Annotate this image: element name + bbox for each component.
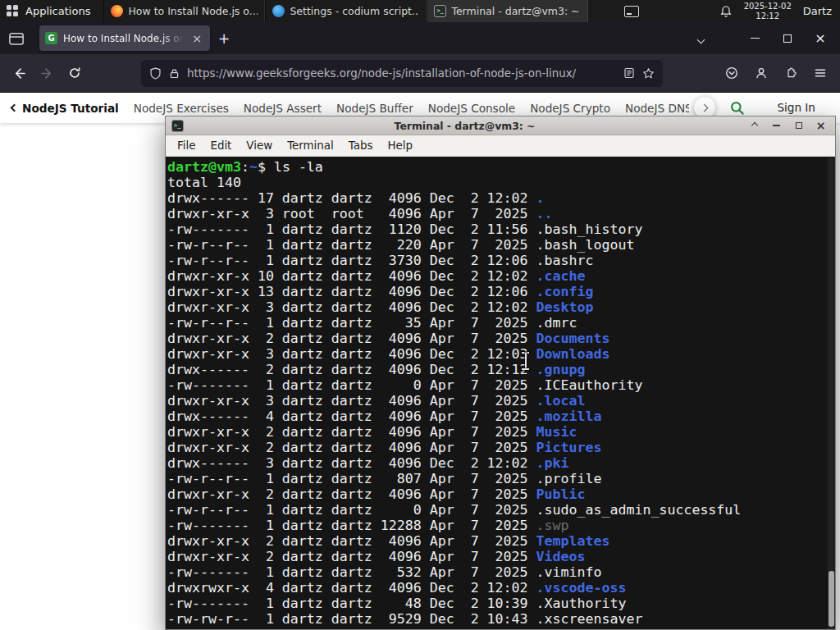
- back-button[interactable]: [5, 60, 33, 86]
- forward-button[interactable]: [33, 60, 61, 86]
- applications-menu[interactable]: Applications: [0, 0, 100, 22]
- ls-entry: drwxrwxr-x 4 dartz dartz 4096 Dec 2 12:0…: [167, 580, 827, 596]
- ls-entry-meta: -rw-rw-r-- 1 dartz dartz 9529 Dec 2 10:4…: [167, 611, 536, 627]
- ls-entry: -rw-r--r-- 1 dartz dartz 220 Apr 7 2025 …: [167, 237, 827, 253]
- list-all-tabs-icon[interactable]: [692, 27, 710, 49]
- ls-entry: drwxr-xr-x 10 dartz dartz 4096 Dec 2 12:…: [167, 268, 827, 284]
- terminal-menu-help[interactable]: Help: [380, 137, 420, 154]
- terminal-shade-button[interactable]: [746, 119, 763, 133]
- terminal-maximize-button[interactable]: [790, 119, 807, 133]
- ls-entry-meta: drwxr-xr-x 10 dartz dartz 4096 Dec 2 12:…: [167, 268, 536, 284]
- terminal-close-button[interactable]: ×: [812, 119, 829, 133]
- file-name: Public: [536, 486, 586, 502]
- file-name: .bashrc: [536, 253, 594, 268]
- browser-toolbar: https://www.geeksforgeeks.org/node-js/in…: [0, 54, 840, 93]
- bookmark-star-icon[interactable]: [642, 67, 655, 80]
- browser-minimize-button[interactable]: [738, 26, 771, 51]
- terminal-menu-edit[interactable]: Edit: [203, 137, 239, 154]
- ls-entry: drwxr-xr-x 3 dartz dartz 4096 Dec 2 12:0…: [167, 346, 827, 362]
- ls-entry: drwxr-xr-x 2 dartz dartz 4096 Apr 7 2025…: [167, 440, 827, 455]
- file-name: .sudo_as_admin_successful: [536, 502, 742, 518]
- ls-entry-meta: -rw-r--r-- 1 dartz dartz 0 Apr 7 2025: [167, 502, 536, 518]
- ls-entry-meta: drwxr-xr-x 2 dartz dartz 4096 Apr 7 2025: [167, 440, 536, 455]
- ls-entry-meta: drwxr-xr-x 2 dartz dartz 4096 Apr 7 2025: [167, 424, 536, 440]
- ls-entry-meta: -rw-r--r-- 1 dartz dartz 35 Apr 7 2025: [167, 315, 536, 331]
- file-name: .xscreensaver: [536, 611, 643, 627]
- tracking-shield-icon[interactable]: [149, 67, 162, 80]
- padlock-icon[interactable]: [169, 68, 180, 79]
- gfg-nav-item[interactable]: NodeJS Crypto: [530, 102, 610, 115]
- prompt-user-host: dartz@vm3: [167, 159, 241, 175]
- gfg-favicon: G: [45, 32, 57, 44]
- gfg-nav-items: NodeJS TutorialNodeJS ExercisesNodeJS As…: [0, 102, 689, 115]
- reader-view-icon[interactable]: [623, 67, 635, 79]
- tab-title: How to Install Node.js on: [63, 33, 184, 44]
- desktop: Applications How to Install Node.js o...…: [0, 0, 840, 630]
- file-name: .viminfo: [536, 564, 602, 580]
- total-line: total 140: [167, 175, 827, 190]
- taskbar-button-codium[interactable]: Settings - codium script...: [265, 0, 427, 22]
- pocket-icon[interactable]: [717, 60, 746, 86]
- tab-close-icon[interactable]: ×: [189, 32, 204, 45]
- scrollbar-thumb[interactable]: [829, 571, 834, 627]
- file-name: .local: [536, 393, 586, 409]
- terminal-minimize-button[interactable]: [768, 119, 785, 133]
- gfg-nav-item-label: NodeJS Console: [428, 102, 515, 115]
- ls-entry: drwx------ 17 dartz dartz 4096 Dec 2 12:…: [167, 190, 827, 206]
- ls-entry: -rw------- 1 dartz dartz 1120 Dec 2 11:5…: [167, 221, 827, 237]
- gfg-nav-item[interactable]: NodeJS Tutorial: [11, 102, 119, 115]
- notification-bell-icon[interactable]: [719, 5, 733, 18]
- ls-entry-meta: -rw------- 1 dartz dartz 12288 Apr 7 202…: [167, 518, 536, 533]
- terminal-menu-terminal[interactable]: Terminal: [280, 137, 341, 154]
- account-icon[interactable]: [746, 60, 776, 86]
- gfg-nav-item[interactable]: NodeJS Buffer: [336, 102, 413, 115]
- reload-button[interactable]: [61, 60, 89, 86]
- firefox-icon: [111, 5, 123, 17]
- browser-tab[interactable]: G How to Install Node.js on ×: [39, 25, 210, 51]
- browser-maximize-button[interactable]: [771, 26, 804, 51]
- ls-entry-meta: drwxr-xr-x 3 root root 4096 Apr 7 2025: [167, 206, 536, 221]
- file-name: Downloads: [536, 346, 610, 362]
- file-name: .gnupg: [536, 362, 586, 377]
- extensions-puzzle-icon[interactable]: [776, 60, 806, 86]
- browser-close-button[interactable]: ×: [804, 26, 837, 51]
- menu-hamburger-icon[interactable]: [806, 60, 835, 86]
- firefox-view-icon[interactable]: [8, 30, 25, 47]
- gfg-nav-item[interactable]: NodeJS Console: [428, 102, 515, 115]
- ls-entry-meta: -rw-r--r-- 1 dartz dartz 3730 Dec 2 12:0…: [167, 253, 536, 268]
- search-icon[interactable]: [729, 100, 745, 116]
- sign-in-link[interactable]: Sign In: [777, 101, 815, 114]
- ls-entry-meta: drwxr-xr-x 2 dartz dartz 4096 Apr 7 2025: [167, 533, 536, 549]
- terminal-app-icon: [171, 120, 184, 132]
- file-name: .dmrc: [536, 315, 578, 331]
- file-name: .pki: [536, 455, 569, 471]
- ls-entry-meta: drwx------ 2 dartz dartz 4096 Dec 2 12:1…: [167, 362, 536, 377]
- ls-entry: -rw-r--r-- 1 dartz dartz 0 Apr 7 2025 .s…: [167, 502, 827, 518]
- panel-username: Dartz: [803, 5, 832, 17]
- taskbar-button-firefox[interactable]: How to Install Node.js o...: [103, 0, 265, 22]
- tray-terminal-icon[interactable]: [624, 6, 639, 17]
- url-bar[interactable]: https://www.geeksforgeeks.org/node-js/in…: [141, 60, 663, 87]
- taskbar-button-terminal[interactable]: Terminal - dartz@vm3: ~: [427, 0, 588, 22]
- gfg-nav-item[interactable]: NodeJS Exercises: [134, 102, 229, 115]
- file-name: .config: [536, 284, 594, 299]
- ls-entry: drwxr-xr-x 2 dartz dartz 4096 Apr 7 2025…: [167, 486, 827, 502]
- terminal-menu-view[interactable]: View: [239, 137, 280, 154]
- terminal-titlebar[interactable]: Terminal - dartz@vm3: ~ ×: [166, 116, 835, 135]
- ls-entry: drwxr-xr-x 2 dartz dartz 4096 Apr 7 2025…: [167, 549, 827, 564]
- panel-clock[interactable]: 2025-12-02 12:12: [744, 2, 792, 21]
- ls-entry-meta: drwxr-xr-x 3 dartz dartz 4096 Dec 2 12:0…: [167, 299, 536, 315]
- terminal-scrollbar[interactable]: [828, 157, 835, 629]
- ls-entry-meta: drwxr-xr-x 2 dartz dartz 4096 Apr 7 2025: [167, 549, 536, 564]
- file-name: .Xauthority: [536, 596, 627, 611]
- terminal-menu-file[interactable]: File: [170, 137, 203, 154]
- applications-label: Applications: [25, 5, 90, 17]
- terminal-output[interactable]: dartz@vm3:~$ ls -la total 140 drwx------…: [166, 157, 835, 629]
- prompt-symbol: $: [258, 159, 274, 175]
- new-tab-button[interactable]: +: [210, 29, 238, 48]
- ls-entry-meta: drwx------ 4 dartz dartz 4096 Apr 7 2025: [167, 409, 536, 424]
- ls-entry-meta: drwxr-xr-x 2 dartz dartz 4096 Apr 7 2025: [167, 331, 536, 346]
- terminal-menu-tabs[interactable]: Tabs: [341, 137, 381, 154]
- gfg-nav-item[interactable]: NodeJS DNS: [625, 102, 689, 115]
- gfg-nav-item[interactable]: NodeJS Assert: [244, 102, 322, 115]
